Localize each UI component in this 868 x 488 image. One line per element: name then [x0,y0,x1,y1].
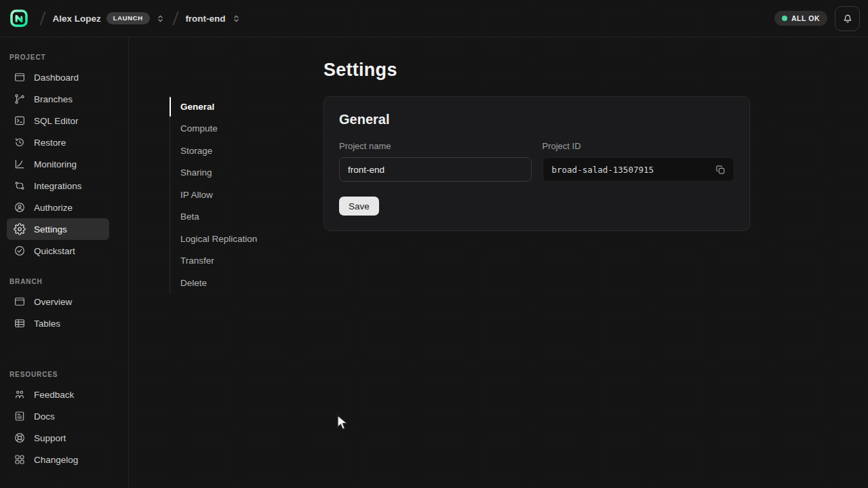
sidebar-item-branches[interactable]: Branches [7,88,109,110]
sidebar-section-resources: RESOURCESFeedbackDocsSupportChangelog [7,371,121,470]
sidebar-item-label: SQL Editor [34,116,79,126]
project-name-field-group: Project name [339,141,532,182]
tab-delete[interactable]: Delete [170,272,323,294]
top-header: Alex Lopez LAUNCH front-end ALL OK [0,0,868,37]
neon-logo-icon[interactable] [9,9,28,28]
page-title: Settings [323,60,750,81]
support-icon [14,432,26,444]
project-id-label: Project ID [542,141,735,151]
sidebar-item-label: Settings [34,224,67,235]
sidebar: PROJECTDashboardBranchesSQL EditorRestor… [0,37,129,488]
sidebar-item-label: Tables [34,319,60,329]
sidebar-item-settings[interactable]: Settings [7,218,109,240]
tab-sharing[interactable]: Sharing [170,162,323,184]
sidebar-item-restore[interactable]: Restore [7,131,109,153]
chevron-updown-icon[interactable] [231,14,241,24]
sidebar-item-label: Support [34,433,66,443]
copy-project-id-button[interactable] [712,161,728,178]
sidebar-item-overview[interactable]: Overview [7,291,109,312]
sidebar-item-label: Overview [34,297,72,307]
sidebar-item-feedback[interactable]: Feedback [7,384,109,405]
tab-beta[interactable]: Beta [170,206,323,228]
sidebar-item-label: Docs [34,411,55,422]
breadcrumb-slash [172,11,178,25]
general-settings-card: General Project name Project ID broad-sa… [323,96,750,231]
feedback-icon [14,388,26,401]
sidebar-section-branch: BRANCHOverviewTables [7,278,121,334]
tab-ip-allow[interactable]: IP Allow [170,184,323,206]
branches-icon [14,93,26,105]
changelog-icon [14,453,26,466]
restore-icon [14,136,26,148]
sidebar-item-label: Authorize [34,203,73,213]
workspace-selector[interactable]: Alex Lopez LAUNCH [53,12,165,24]
sidebar-section-label: RESOURCES [7,371,121,378]
sql-editor-icon [14,115,26,127]
sidebar-section-label: PROJECT [7,54,121,61]
project-id-value: broad-salad-13507915 [552,165,713,175]
breadcrumb-slash [39,11,45,25]
tab-general[interactable]: General [170,96,323,118]
sidebar-section-label: BRANCH [7,278,121,285]
sidebar-item-dashboard[interactable]: Dashboard [7,66,109,88]
sidebar-item-monitoring[interactable]: Monitoring [7,153,109,175]
monitoring-icon [14,158,26,170]
settings-tab-list: GeneralComputeStorageSharingIP AllowBeta… [170,96,323,294]
sidebar-section-project: PROJECTDashboardBranchesSQL EditorRestor… [7,54,121,262]
docs-icon [14,410,26,422]
tab-logical-replication[interactable]: Logical Replication [170,228,323,250]
project-id-readonly-field: broad-salad-13507915 [542,157,735,182]
authorize-icon [14,201,26,214]
sidebar-item-quickstart[interactable]: Quickstart [7,240,109,262]
sidebar-item-docs[interactable]: Docs [7,405,109,427]
status-badge[interactable]: ALL OK [774,11,827,26]
sidebar-item-label: Changelog [34,455,78,465]
project-name: front-end [185,14,225,24]
sidebar-item-label: Quickstart [34,246,75,256]
quickstart-icon [14,245,26,257]
integrations-icon [14,180,26,192]
sidebar-item-label: Monitoring [34,159,77,169]
tab-storage[interactable]: Storage [170,140,323,162]
project-name-input[interactable] [339,157,532,182]
sidebar-item-authorize[interactable]: Authorize [7,197,109,218]
sidebar-item-label: Feedback [34,390,74,400]
project-id-field-group: Project ID broad-salad-13507915 [542,141,735,182]
sidebar-item-label: Dashboard [34,73,79,83]
chevron-updown-icon[interactable] [155,14,165,24]
main-content: GeneralComputeStorageSharingIP AllowBeta… [129,37,868,488]
tables-icon [14,317,26,329]
project-name-label: Project name [339,141,532,151]
sidebar-item-changelog[interactable]: Changelog [7,449,109,470]
dashboard-icon [14,71,26,83]
sidebar-item-label: Restore [34,138,66,148]
notifications-button[interactable] [835,6,860,31]
status-dot-icon [782,16,787,21]
sidebar-item-label: Integrations [34,181,82,191]
sidebar-item-label: Branches [34,94,73,104]
status-label: ALL OK [791,14,820,22]
copy-icon [715,164,726,176]
sidebar-item-tables[interactable]: Tables [7,312,109,334]
tab-compute[interactable]: Compute [170,118,323,140]
project-selector[interactable]: front-end [185,14,241,24]
sidebar-item-integrations[interactable]: Integrations [7,175,109,197]
save-button[interactable]: Save [339,197,379,216]
workspace-name: Alex Lopez [53,14,101,24]
card-title: General [339,112,734,127]
sidebar-item-support[interactable]: Support [7,427,109,449]
overview-icon [14,296,26,308]
tab-transfer[interactable]: Transfer [170,250,323,272]
plan-badge: LAUNCH [106,12,150,24]
sidebar-item-sql-editor[interactable]: SQL Editor [7,110,109,131]
bell-icon [842,12,854,24]
settings-icon [14,223,26,235]
